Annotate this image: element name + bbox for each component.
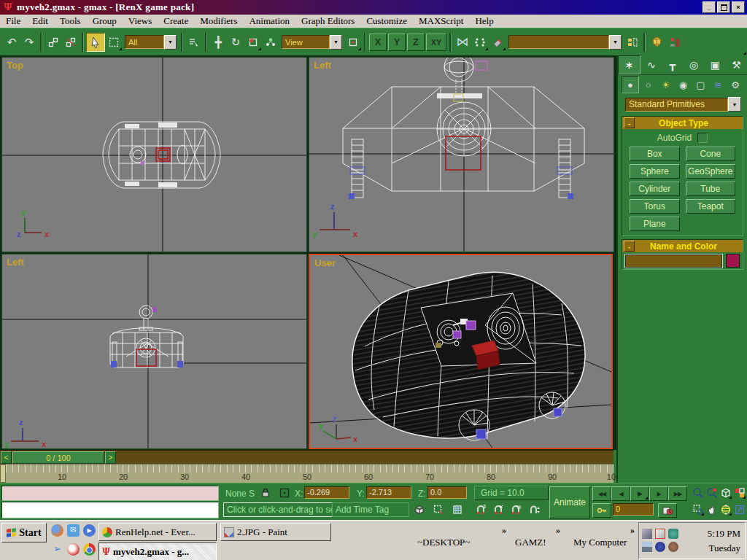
cameras-icon[interactable]: ◉ [675, 77, 691, 93]
viewport-top-label[interactable]: Top [7, 60, 23, 71]
align-icon[interactable] [471, 34, 489, 51]
named-selection-sets-dropdown[interactable]: ▼ [508, 35, 622, 50]
go-to-start-button[interactable]: ◀◀ [592, 486, 611, 501]
title-bar[interactable]: Ψ myveh2.gmax - gmax - [RenX game pack] … [0, 0, 747, 15]
hierarchy-tab-icon[interactable]: ┳ [662, 55, 683, 74]
add-time-tag-button[interactable]: Add Time Tag [332, 502, 409, 517]
arc-rotate-icon[interactable] [719, 503, 732, 516]
maxscript-listener-macro-line[interactable] [1, 486, 219, 501]
zoom-extents-all-icon[interactable] [733, 486, 746, 499]
quicktime-icon[interactable] [67, 543, 80, 556]
media-player-icon[interactable]: ▶ [83, 524, 96, 537]
time-slider-track[interactable]: < 0 / 100 > [0, 450, 614, 464]
menu-modifiers[interactable]: Modifiers [194, 15, 243, 27]
select-and-link-icon[interactable] [44, 34, 62, 51]
viewport-user[interactable]: User [309, 254, 613, 449]
torus-button[interactable]: Torus [630, 199, 680, 214]
select-and-scale-icon[interactable] [244, 34, 262, 51]
desktop-toolbar-chevron[interactable]: » [502, 525, 506, 536]
mail-icon[interactable]: ✉ [67, 524, 80, 537]
use-pivot-point-center-icon[interactable] [344, 34, 362, 51]
select-object-icon[interactable] [86, 33, 105, 52]
shapes-icon[interactable]: ○ [640, 77, 657, 93]
zoom-icon[interactable] [692, 486, 705, 499]
snap-toggle-icon[interactable]: 3 [474, 503, 487, 516]
percent-snap-icon[interactable]: % [509, 503, 522, 516]
select-and-rotate-icon[interactable]: ↻ [227, 34, 244, 51]
zoom-all-icon[interactable] [705, 486, 719, 499]
desktop-toolbar-label[interactable]: ~DESKTOP~ [417, 537, 470, 548]
mycomputer-toolbar-chevron[interactable]: » [630, 525, 635, 536]
go-to-end-button[interactable]: ▶▶ [668, 486, 687, 501]
menu-edit[interactable]: Edit [26, 15, 54, 27]
object-color-swatch[interactable] [726, 254, 740, 268]
maxscript-listener-input-line[interactable] [1, 502, 219, 518]
primitive-category-dropdown[interactable]: Standard Primitives ▼ [625, 97, 741, 112]
utilities-tab-icon[interactable]: ⚒ [726, 55, 747, 74]
menu-create[interactable]: Create [158, 15, 194, 27]
modify-tab-icon[interactable]: ∿ [640, 55, 662, 74]
geometry-icon[interactable]: ● [622, 76, 639, 93]
current-frame-field[interactable]: 0 [613, 503, 654, 516]
geosphere-button[interactable]: GeoSphere [686, 164, 736, 179]
clock-sync-icon[interactable] [655, 542, 665, 552]
restrict-xy-plane-button[interactable]: XY [426, 34, 446, 51]
x-coord-field[interactable]: -0.269 [304, 486, 349, 499]
chrome-icon[interactable] [83, 543, 96, 556]
mirror-icon[interactable]: ⋈ [454, 34, 471, 51]
speaker-icon[interactable] [642, 529, 652, 539]
menu-views[interactable]: Views [123, 15, 158, 27]
time-configuration-icon[interactable] [658, 503, 677, 518]
menu-customize[interactable]: Customize [360, 15, 413, 27]
previous-frame-button[interactable]: ◀ [611, 486, 630, 501]
animate-button[interactable]: Animate [549, 486, 590, 518]
dropdown-arrow-icon[interactable]: ▼ [330, 35, 342, 50]
absolute-offset-toggle-icon[interactable] [278, 486, 291, 499]
time-slider-handle[interactable]: 0 / 100 [12, 451, 104, 464]
helpers-icon[interactable]: ▢ [692, 77, 708, 93]
viewport-left-lower[interactable]: Left [1, 254, 307, 449]
edit-named-selections-icon[interactable] [624, 34, 641, 51]
key-mode-toggle-icon[interactable] [592, 503, 611, 518]
next-frame-button[interactable]: ▶ [649, 486, 668, 501]
cylinder-button[interactable]: Cylinder [630, 182, 680, 196]
selection-lock-icon[interactable] [259, 486, 272, 499]
time-slider-prev-icon[interactable]: < [1, 451, 12, 464]
crossing-window-toggle-icon[interactable] [451, 503, 464, 516]
firefox-icon[interactable] [51, 524, 63, 537]
select-and-move-icon[interactable]: ╋ [209, 34, 227, 51]
redo-icon[interactable]: ↷ [20, 34, 38, 51]
menu-tools[interactable]: Tools [54, 15, 87, 27]
track-bar-frame-caret[interactable] [0, 464, 6, 483]
restore-button[interactable] [717, 1, 730, 13]
teapot-button[interactable]: Teapot [686, 199, 736, 214]
task-button-paint[interactable]: 2.JPG - Paint [220, 523, 331, 541]
dropdown-arrow-icon[interactable]: ▼ [164, 35, 177, 50]
viewport-user-label[interactable]: User [314, 257, 336, 268]
lights-icon[interactable]: ☀ [658, 77, 674, 93]
messenger-icon[interactable] [668, 529, 678, 539]
gamz-toolbar-chevron[interactable]: » [556, 525, 560, 536]
collapse-icon[interactable]: - [624, 117, 635, 128]
unlink-selection-icon[interactable] [62, 34, 80, 51]
reference-coordinate-system-dropdown[interactable]: View ▼ [282, 35, 342, 50]
material-eraser-icon[interactable] [489, 34, 506, 51]
name-and-color-rollout-header[interactable]: - Name and Color [622, 240, 743, 252]
object-type-rollout-header[interactable]: - Object Type [622, 117, 743, 129]
select-by-name-icon[interactable] [185, 34, 203, 51]
cone-button[interactable]: Cone [686, 147, 736, 161]
degradation-override-icon[interactable] [413, 503, 426, 516]
create-tab-icon[interactable]: ∗ [618, 55, 640, 74]
task-button-gmax[interactable]: Ψ myveh2.gmax - g... [98, 542, 217, 560]
menu-animation[interactable]: Animation [243, 15, 295, 27]
zoom-extents-icon[interactable] [719, 486, 732, 499]
undo-icon[interactable]: ↶ [3, 34, 20, 51]
restrict-z-button[interactable]: Z [407, 34, 425, 51]
menu-graph-editors[interactable]: Graph Editors [295, 15, 360, 27]
close-button[interactable]: × [732, 1, 745, 13]
systems-icon[interactable]: ⚙ [727, 77, 743, 93]
sphere-button[interactable]: Sphere [630, 164, 680, 179]
z-coord-field[interactable]: 0.0 [427, 486, 467, 499]
minimize-button[interactable]: _ [703, 1, 716, 13]
viewport-left-upper-label[interactable]: Left [314, 60, 331, 71]
